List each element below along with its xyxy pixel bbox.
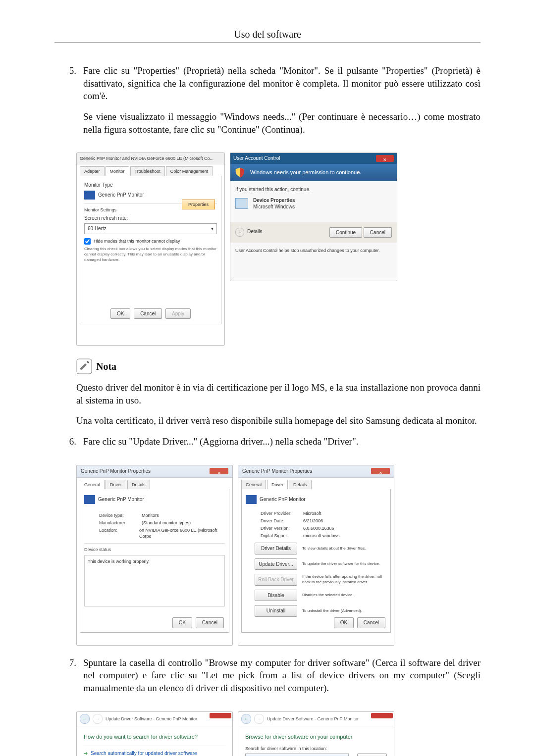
browse-button[interactable]: Browse...	[357, 754, 387, 756]
device-vendor: Microsoft Windows	[253, 203, 295, 210]
signer-k: Digital Signer:	[261, 533, 300, 539]
manufacturer-k: Manufacturer:	[99, 520, 139, 526]
ok-button[interactable]: OK	[172, 617, 192, 628]
uninstall-button[interactable]: Uninstall	[255, 605, 297, 617]
step-5-number: 5.	[54, 64, 83, 144]
tab-troubleshoot[interactable]: Troubleshoot	[130, 166, 165, 176]
device-name: Generic PnP Monitor	[98, 497, 144, 502]
uac-footer: User Account Control helps stop unauthor…	[230, 243, 397, 258]
location-k: Location:	[99, 527, 136, 539]
tab-general[interactable]: General	[80, 480, 105, 489]
cancel-button[interactable]: Cancel	[357, 617, 385, 628]
monitor-properties-dialog: Generic PnP Monitor and NVIDIA GeForce 6…	[76, 152, 225, 346]
close-icon[interactable]	[210, 468, 228, 474]
hide-modes-label: Hide modes that this monitor cannot disp…	[94, 238, 180, 245]
tab-details[interactable]: Details	[127, 480, 150, 489]
chevron-down-icon[interactable]: ⌄	[235, 228, 244, 237]
forward-icon: →	[93, 714, 103, 724]
tab-driver[interactable]: Driver	[267, 480, 288, 489]
disable-button[interactable]: Disable	[255, 590, 297, 602]
ok-button[interactable]: OK	[334, 617, 354, 628]
header-rule	[54, 42, 481, 43]
dialog-title: Generic PnP Monitor Properties	[242, 465, 312, 477]
version-k: Driver Version:	[261, 525, 300, 531]
hide-modes-checkbox[interactable]	[84, 238, 91, 245]
breadcrumb: Update Driver Software - Generic PnP Mon…	[106, 716, 197, 722]
refresh-rate-value: 60 Hertz	[88, 225, 107, 232]
ok-button[interactable]: OK	[110, 308, 130, 319]
forward-icon: →	[254, 714, 264, 724]
monitor-icon	[84, 495, 95, 504]
monitor-icon	[84, 191, 95, 200]
continue-button[interactable]: Continue	[329, 227, 362, 238]
close-icon[interactable]	[210, 713, 231, 718]
update-wizard-browse: ← → Update Driver Software - Generic PnP…	[238, 711, 394, 756]
uac-if-started: If you started this action, continue.	[235, 186, 392, 193]
arrow-icon: ➔	[84, 751, 88, 756]
update-driver-button[interactable]: Update Driver...	[255, 558, 297, 570]
step-5-screenshots: Generic PnP Monitor and NVIDIA GeForce 6…	[76, 152, 481, 346]
device-type-v: Monitors	[142, 512, 159, 518]
provider-k: Driver Provider:	[261, 510, 300, 516]
monitor-type-label: Monitor Type	[84, 182, 217, 189]
close-icon[interactable]	[371, 713, 393, 718]
search-location-label: Search for driver software in this locat…	[245, 746, 387, 752]
close-icon[interactable]	[371, 468, 390, 474]
monitor-icon	[246, 495, 257, 504]
driver-details-button[interactable]: Driver Details	[255, 543, 297, 554]
tab-driver[interactable]: Driver	[106, 480, 126, 489]
breadcrumb: Update Driver Software - Generic PnP Mon…	[267, 716, 359, 722]
step-7-number: 7.	[54, 656, 83, 703]
shield-icon	[234, 167, 245, 178]
step-6-para-1: Fare clic su "Update Driver..." (Aggiorn…	[83, 435, 481, 448]
cancel-button[interactable]: Cancel	[196, 617, 224, 628]
tab-details[interactable]: Details	[289, 480, 312, 489]
tab-color-management[interactable]: Color Management	[166, 166, 213, 176]
uac-headline: Windows needs your permission to contion…	[250, 169, 361, 175]
step-6-screenshots: Generic PnP Monitor Properties General D…	[76, 465, 481, 646]
refresh-rate-select[interactable]: 60 Hertz ▾	[84, 223, 217, 234]
rollback-driver-button[interactable]: Roll Back Driver	[255, 574, 297, 586]
device-type-k: Device type:	[99, 512, 139, 518]
cancel-button[interactable]: Cancel	[364, 227, 392, 238]
version-v: 6.0.6000.16386	[303, 525, 334, 531]
option-search-auto[interactable]: ➔Search automatically for updated driver…	[84, 746, 225, 756]
step-5: 5. Fare clic su "Properties" (Proprietà)…	[54, 64, 481, 144]
dialog-title: Generic PnP Monitor Properties	[81, 465, 151, 477]
tab-monitor[interactable]: Monitor	[106, 166, 129, 176]
wizard-heading: How do you want to search for driver sof…	[84, 733, 225, 741]
option-search-auto-label: Search automatically for updated driver …	[91, 751, 197, 756]
note-para-2: Una volta certificato, il driver verrà r…	[76, 414, 481, 427]
note-label: Nota	[96, 360, 116, 373]
tab-adapter[interactable]: Adapter	[80, 166, 105, 176]
wizard-heading: Browse for driver software on your compu…	[245, 733, 387, 741]
tab-general[interactable]: General	[241, 480, 266, 489]
note-para-1: Questo driver del monitor è in via di ce…	[76, 381, 481, 406]
back-icon[interactable]: ←	[80, 714, 90, 724]
uac-title: User Account Control	[233, 153, 280, 164]
device-name: Device Properties	[253, 197, 295, 204]
device-status-box: This device is working properly.	[84, 555, 225, 606]
step-6-number: 6.	[54, 435, 83, 456]
back-icon[interactable]: ←	[241, 714, 251, 724]
driver-properties-dialog: Generic PnP Monitor Properties General D…	[238, 465, 394, 646]
location-input[interactable]	[245, 754, 349, 756]
device-status-label: Device status	[84, 543, 225, 553]
close-icon[interactable]	[376, 155, 394, 162]
monitor-type-value: Generic PnP Monitor	[98, 192, 144, 197]
properties-button[interactable]: Properties	[182, 200, 215, 209]
step-5-para-1: Fare clic su "Properties" (Proprietà) ne…	[83, 64, 481, 102]
pencil-icon	[76, 358, 92, 374]
location-v: on NVIDIA GeForce 6600 LE (Microsoft Cor…	[139, 527, 225, 539]
device-icon	[235, 198, 248, 209]
date-k: Driver Date:	[261, 518, 300, 524]
disable-desc: Disables the selected device.	[302, 593, 386, 598]
hide-modes-description: Clearing this check box allows you to se…	[84, 247, 217, 262]
details-expander[interactable]: Details	[247, 229, 263, 234]
signer-v: microsoft windows	[303, 533, 340, 539]
apply-button[interactable]: Apply	[165, 308, 191, 319]
general-properties-dialog: Generic PnP Monitor Properties General D…	[76, 465, 233, 646]
cancel-button[interactable]: Cancel	[134, 308, 162, 319]
step-5-para-2: Se viene visualizzato il messaggio "Wind…	[83, 110, 481, 136]
uninstall-desc: To uninstall the driver (Advanced).	[302, 608, 386, 614]
